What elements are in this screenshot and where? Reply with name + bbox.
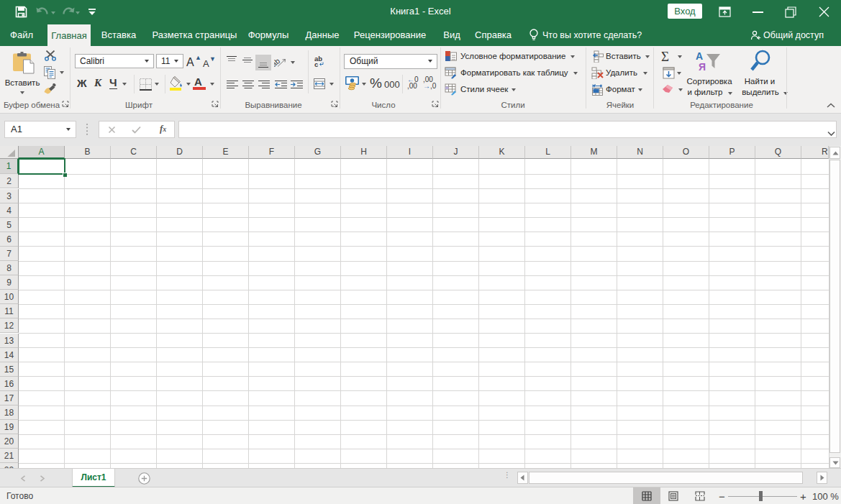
svg-text:Я: Я xyxy=(699,61,706,73)
svg-text:А: А xyxy=(696,50,703,62)
svg-text:ab: ab xyxy=(274,56,281,68)
svg-text:c: c xyxy=(314,60,318,68)
